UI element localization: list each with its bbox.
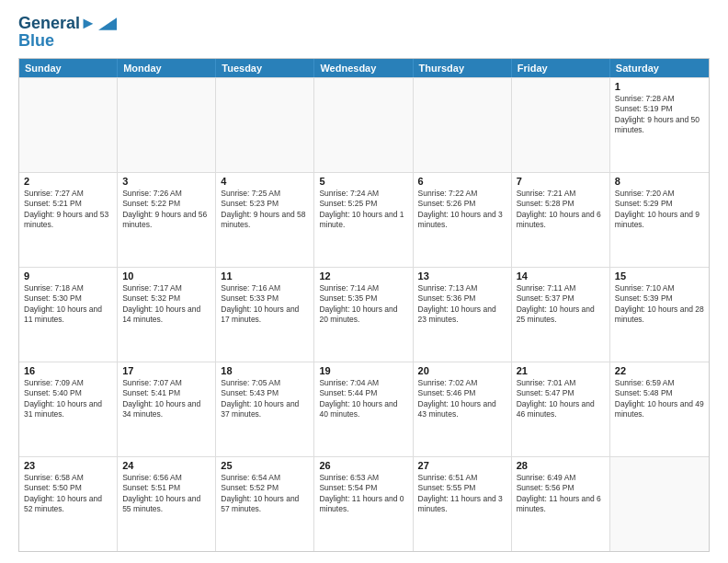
day-number: 1 (615, 81, 704, 92)
day-cell-14: 14Sunrise: 7:11 AM Sunset: 5:37 PM Dayli… (512, 268, 610, 362)
day-number: 17 (122, 365, 210, 376)
empty-cell-0-0 (19, 78, 118, 172)
logo-icon (98, 15, 117, 33)
day-info: Sunrise: 7:24 AM Sunset: 5:25 PM Dayligh… (319, 189, 407, 231)
header-cell-monday: Monday (118, 59, 216, 77)
day-info: Sunrise: 6:49 AM Sunset: 5:56 PM Dayligh… (517, 473, 605, 515)
day-number: 28 (517, 460, 605, 471)
day-number: 20 (418, 365, 506, 376)
day-number: 7 (517, 176, 605, 187)
day-info: Sunrise: 7:16 AM Sunset: 5:33 PM Dayligh… (221, 283, 309, 326)
header-cell-thursday: Thursday (414, 59, 512, 77)
day-number: 14 (517, 270, 605, 282)
day-number: 16 (24, 365, 112, 376)
header-cell-friday: Friday (512, 59, 610, 77)
header-cell-tuesday: Tuesday (216, 59, 314, 77)
empty-cell-0-3 (314, 78, 413, 172)
day-info: Sunrise: 7:05 AM Sunset: 5:43 PM Dayligh… (221, 378, 309, 420)
day-cell-4: 4Sunrise: 7:25 AM Sunset: 5:23 PM Daylig… (216, 173, 314, 267)
day-number: 25 (221, 460, 309, 471)
day-info: Sunrise: 7:27 AM Sunset: 5:21 PM Dayligh… (24, 189, 112, 231)
day-cell-18: 18Sunrise: 7:05 AM Sunset: 5:43 PM Dayli… (216, 362, 314, 456)
day-cell-7: 7Sunrise: 7:21 AM Sunset: 5:28 PM Daylig… (512, 173, 610, 267)
day-number: 10 (122, 270, 210, 282)
calendar-row-2: 9Sunrise: 7:18 AM Sunset: 5:30 PM Daylig… (19, 267, 709, 362)
day-cell-1: 1Sunrise: 7:28 AM Sunset: 5:19 PM Daylig… (610, 78, 709, 172)
day-info: Sunrise: 7:14 AM Sunset: 5:35 PM Dayligh… (319, 283, 407, 326)
day-info: Sunrise: 7:17 AM Sunset: 5:32 PM Dayligh… (122, 283, 210, 326)
day-cell-2: 2Sunrise: 7:27 AM Sunset: 5:21 PM Daylig… (19, 173, 118, 267)
day-cell-23: 23Sunrise: 6:58 AM Sunset: 5:50 PM Dayli… (19, 457, 118, 551)
calendar-body: 1Sunrise: 7:28 AM Sunset: 5:19 PM Daylig… (19, 77, 709, 551)
day-number: 26 (319, 460, 407, 471)
day-cell-8: 8Sunrise: 7:20 AM Sunset: 5:29 PM Daylig… (610, 173, 709, 267)
day-number: 5 (319, 176, 407, 187)
day-cell-19: 19Sunrise: 7:04 AM Sunset: 5:44 PM Dayli… (314, 362, 413, 456)
day-info: Sunrise: 6:53 AM Sunset: 5:54 PM Dayligh… (319, 473, 407, 515)
day-cell-28: 28Sunrise: 6:49 AM Sunset: 5:56 PM Dayli… (512, 457, 610, 551)
day-number: 15 (615, 270, 704, 282)
day-cell-9: 9Sunrise: 7:18 AM Sunset: 5:30 PM Daylig… (19, 268, 118, 362)
calendar: SundayMondayTuesdayWednesdayThursdayFrid… (18, 58, 710, 552)
day-info: Sunrise: 7:13 AM Sunset: 5:36 PM Dayligh… (418, 283, 506, 326)
day-cell-13: 13Sunrise: 7:13 AM Sunset: 5:36 PM Dayli… (414, 268, 512, 362)
day-number: 22 (615, 365, 704, 376)
day-info: Sunrise: 7:07 AM Sunset: 5:41 PM Dayligh… (122, 378, 210, 420)
day-info: Sunrise: 6:58 AM Sunset: 5:50 PM Dayligh… (24, 473, 112, 515)
page: General► Blue SundayMondayTuesdayWednesd… (0, 0, 728, 563)
day-info: Sunrise: 7:18 AM Sunset: 5:30 PM Dayligh… (24, 283, 112, 326)
empty-cell-0-1 (118, 78, 216, 172)
logo: General► Blue (18, 15, 117, 51)
day-number: 13 (418, 270, 506, 282)
day-number: 4 (221, 176, 309, 187)
day-number: 24 (122, 460, 210, 471)
logo-text: General► (18, 15, 97, 33)
day-cell-16: 16Sunrise: 7:09 AM Sunset: 5:40 PM Dayli… (19, 362, 118, 456)
day-info: Sunrise: 6:51 AM Sunset: 5:55 PM Dayligh… (418, 473, 506, 515)
day-info: Sunrise: 7:26 AM Sunset: 5:22 PM Dayligh… (122, 189, 210, 231)
day-number: 23 (24, 460, 112, 471)
calendar-row-0: 1Sunrise: 7:28 AM Sunset: 5:19 PM Daylig… (19, 77, 709, 172)
calendar-row-4: 23Sunrise: 6:58 AM Sunset: 5:50 PM Dayli… (19, 456, 709, 551)
day-cell-15: 15Sunrise: 7:10 AM Sunset: 5:39 PM Dayli… (610, 268, 709, 362)
calendar-row-3: 16Sunrise: 7:09 AM Sunset: 5:40 PM Dayli… (19, 362, 709, 456)
empty-cell-0-5 (512, 78, 610, 172)
day-info: Sunrise: 7:22 AM Sunset: 5:26 PM Dayligh… (418, 189, 506, 231)
day-cell-22: 22Sunrise: 6:59 AM Sunset: 5:48 PM Dayli… (610, 362, 709, 456)
day-number: 11 (221, 270, 309, 282)
logo-blue: Blue (18, 31, 117, 51)
day-number: 27 (418, 460, 506, 471)
day-cell-11: 11Sunrise: 7:16 AM Sunset: 5:33 PM Dayli… (216, 268, 314, 362)
day-number: 2 (24, 176, 112, 187)
header: General► Blue (18, 15, 710, 51)
day-number: 8 (615, 176, 704, 187)
header-cell-saturday: Saturday (610, 59, 709, 77)
day-info: Sunrise: 7:20 AM Sunset: 5:29 PM Dayligh… (615, 189, 704, 231)
day-number: 12 (319, 270, 407, 282)
day-cell-5: 5Sunrise: 7:24 AM Sunset: 5:25 PM Daylig… (314, 173, 413, 267)
day-cell-24: 24Sunrise: 6:56 AM Sunset: 5:51 PM Dayli… (118, 457, 216, 551)
calendar-header: SundayMondayTuesdayWednesdayThursdayFrid… (19, 59, 709, 77)
empty-cell-4-6 (610, 457, 709, 551)
day-number: 9 (24, 270, 112, 282)
header-cell-sunday: Sunday (19, 59, 118, 77)
empty-cell-0-4 (414, 78, 512, 172)
day-cell-20: 20Sunrise: 7:02 AM Sunset: 5:46 PM Dayli… (414, 362, 512, 456)
day-number: 19 (319, 365, 407, 376)
header-cell-wednesday: Wednesday (314, 59, 413, 77)
day-cell-25: 25Sunrise: 6:54 AM Sunset: 5:52 PM Dayli… (216, 457, 314, 551)
day-info: Sunrise: 6:59 AM Sunset: 5:48 PM Dayligh… (615, 378, 704, 420)
day-info: Sunrise: 6:54 AM Sunset: 5:52 PM Dayligh… (221, 473, 309, 515)
svg-marker-0 (98, 17, 117, 29)
day-info: Sunrise: 7:25 AM Sunset: 5:23 PM Dayligh… (221, 189, 309, 231)
day-cell-12: 12Sunrise: 7:14 AM Sunset: 5:35 PM Dayli… (314, 268, 413, 362)
day-info: Sunrise: 7:02 AM Sunset: 5:46 PM Dayligh… (418, 378, 506, 420)
day-number: 18 (221, 365, 309, 376)
day-info: Sunrise: 6:56 AM Sunset: 5:51 PM Dayligh… (122, 473, 210, 515)
day-number: 21 (517, 365, 605, 376)
day-cell-3: 3Sunrise: 7:26 AM Sunset: 5:22 PM Daylig… (118, 173, 216, 267)
day-info: Sunrise: 7:11 AM Sunset: 5:37 PM Dayligh… (517, 283, 605, 326)
day-info: Sunrise: 7:09 AM Sunset: 5:40 PM Dayligh… (24, 378, 112, 420)
day-info: Sunrise: 7:21 AM Sunset: 5:28 PM Dayligh… (517, 189, 605, 231)
day-number: 3 (122, 176, 210, 187)
